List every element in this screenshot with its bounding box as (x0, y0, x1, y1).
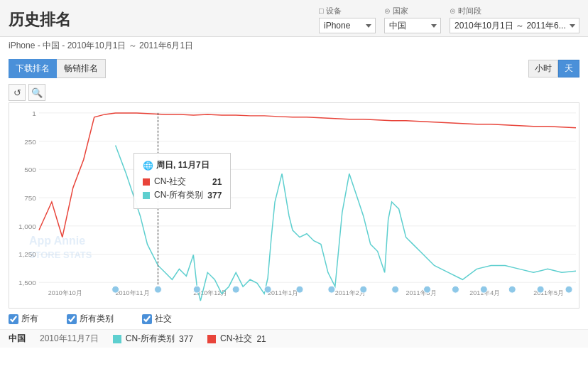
svg-text:1,500: 1,500 (18, 279, 36, 286)
svg-point-31 (296, 286, 303, 293)
legend-label-all: 所有 (21, 313, 38, 325)
zoom-icon: 🔍 (31, 87, 43, 98)
svg-text:2011年1月: 2011年1月 (268, 289, 298, 296)
info-metric-category-label: CN-所有类别 (126, 333, 175, 345)
day-button[interactable]: 天 (558, 60, 579, 77)
info-country: 中国 (9, 333, 26, 345)
period-select[interactable]: 2010年10月1日 ～ 2011年6... (450, 18, 579, 33)
svg-point-32 (328, 286, 335, 293)
header-bar: 历史排名 □ 设备 iPhone iPad All ⊙ 国家 中国 美国 日本 … (0, 0, 588, 37)
svg-point-26 (112, 286, 119, 293)
country-label: ⊙ 国家 (384, 6, 441, 16)
chart-container: 1 250 500 750 1,000 1,250 1,500 2010年10月… (9, 102, 579, 309)
social-dot (143, 178, 150, 186)
svg-text:2010年10月: 2010年10月 (48, 289, 82, 296)
legend-checkbox-social[interactable] (142, 314, 152, 324)
period-label: ⊙ 时间段 (450, 6, 579, 16)
toolbar-left: 下载排名 畅销排名 (9, 59, 106, 78)
svg-point-36 (452, 286, 459, 293)
svg-text:750: 750 (24, 194, 36, 202)
svg-text:2010年11月: 2010年11月 (116, 289, 150, 296)
info-metric-social-label: CN-社交 (220, 333, 252, 345)
svg-text:App Annie: App Annie (29, 235, 85, 247)
svg-point-39 (537, 286, 544, 293)
svg-point-27 (154, 286, 161, 293)
legend-item-social: 社交 (142, 313, 172, 325)
legend-item-all: 所有 (9, 313, 38, 325)
device-label: □ 设备 (319, 6, 376, 16)
svg-point-37 (480, 286, 487, 293)
social-color-box (207, 335, 216, 343)
reset-icon: ↺ (13, 87, 21, 98)
svg-text:2011年3月: 2011年3月 (406, 289, 437, 296)
tooltip-social-value: 21 (212, 177, 222, 187)
svg-text:250: 250 (24, 138, 36, 146)
svg-point-30 (264, 286, 271, 293)
legend-bar: 所有 所有类别 社交 (0, 309, 588, 329)
info-metric-social: CN-社交 21 (207, 333, 266, 345)
chart-svg: 1 250 500 750 1,000 1,250 1,500 2010年10月… (9, 103, 579, 308)
category-color-box (113, 335, 121, 343)
period-filter: ⊙ 时间段 2010年10月1日 ～ 2011年6... (450, 6, 579, 33)
page-title: 历史排名 (9, 9, 71, 31)
svg-text:1,000: 1,000 (18, 223, 36, 230)
tooltip-all-value: 377 (207, 191, 222, 200)
toolbar: 下载排名 畅销排名 小时 天 (0, 55, 588, 82)
device-filter: □ 设备 iPhone iPad All (319, 6, 376, 33)
legend-item-category: 所有类别 (67, 313, 114, 325)
device-select[interactable]: iPhone iPad All (319, 18, 376, 33)
toolbar-right: 小时 天 (528, 60, 579, 77)
globe-icon: 🌐 (143, 161, 153, 171)
svg-text:500: 500 (24, 166, 36, 173)
chart-controls: ↺ 🔍 (0, 82, 588, 102)
svg-point-33 (360, 286, 367, 293)
info-bar: 中国 2010年11月7日 CN-所有类别 377 CN-社交 21 (0, 329, 588, 348)
svg-text:STORE STATS: STORE STATS (29, 250, 92, 261)
all-dot (143, 192, 150, 199)
legend-checkbox-all[interactable] (9, 314, 18, 324)
download-button[interactable]: 下载排名 (9, 59, 57, 78)
svg-point-34 (392, 286, 399, 293)
legend-label-social: 社交 (155, 313, 172, 325)
svg-point-28 (193, 286, 200, 293)
chart-tooltip: 🌐 周日, 11月7日 CN-社交 21 CN-所有类别 377 (134, 153, 231, 209)
tooltip-row-all: CN-所有类别 377 (143, 189, 222, 201)
info-metric-category: CN-所有类别 377 (113, 333, 193, 345)
svg-point-29 (232, 286, 239, 293)
country-filter: ⊙ 国家 中国 美国 日本 (384, 6, 441, 33)
legend-label-category: 所有类别 (80, 313, 114, 325)
hour-button[interactable]: 小时 (528, 60, 558, 77)
country-select[interactable]: 中国 美国 日本 (384, 18, 441, 33)
info-metric-category-value: 377 (179, 334, 193, 344)
legend-checkbox-category[interactable] (67, 314, 77, 324)
filter-group: □ 设备 iPhone iPad All ⊙ 国家 中国 美国 日本 ⊙ 时间段… (319, 6, 579, 33)
tooltip-row-social: CN-社交 21 (143, 176, 222, 188)
info-date: 2010年11月7日 (40, 333, 99, 345)
info-metric-social-value: 21 (256, 334, 266, 344)
svg-text:1: 1 (32, 109, 36, 117)
reset-button[interactable]: ↺ (9, 84, 26, 101)
tooltip-title: 🌐 周日, 11月7日 (143, 159, 222, 171)
subtitle: iPhone - 中国 - 2010年10月1日 ～ 2011年6月1日 (0, 37, 588, 55)
zoom-button[interactable]: 🔍 (28, 84, 45, 101)
svg-point-38 (508, 286, 516, 293)
hot-button[interactable]: 畅销排名 (57, 59, 106, 78)
svg-point-35 (424, 286, 431, 293)
svg-point-40 (565, 286, 572, 293)
